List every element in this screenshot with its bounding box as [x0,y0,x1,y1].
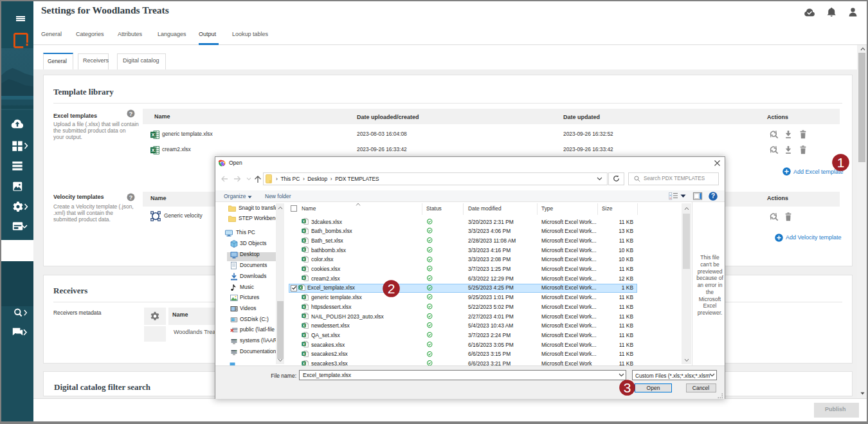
svg-text:?: ? [711,192,715,199]
svg-text:X: X [303,304,305,308]
svg-text:X: X [303,314,305,318]
svg-text:X: X [151,132,154,138]
svg-text:X: X [303,257,305,261]
svg-text:X: X [303,219,305,223]
svg-text:X: X [303,352,305,356]
svg-text:X: X [303,266,305,270]
svg-text:X: X [303,228,305,232]
svg-text:X: X [303,361,305,365]
svg-text:X: X [303,238,305,242]
svg-text:X: X [303,323,305,327]
svg-text:X: X [303,295,305,299]
svg-text:?: ? [129,111,133,117]
svg-text:X: X [303,342,305,346]
svg-text:X: X [151,147,154,153]
svg-text:X: X [300,286,302,290]
svg-text:X: X [303,333,305,336]
svg-text:3: 3 [624,380,631,395]
svg-text:2: 2 [388,281,395,296]
svg-text:?: ? [129,194,133,201]
svg-text:8: 8 [222,163,224,165]
svg-text:1: 1 [836,155,844,170]
svg-text:X: X [303,276,305,280]
svg-text:X: X [303,248,305,252]
